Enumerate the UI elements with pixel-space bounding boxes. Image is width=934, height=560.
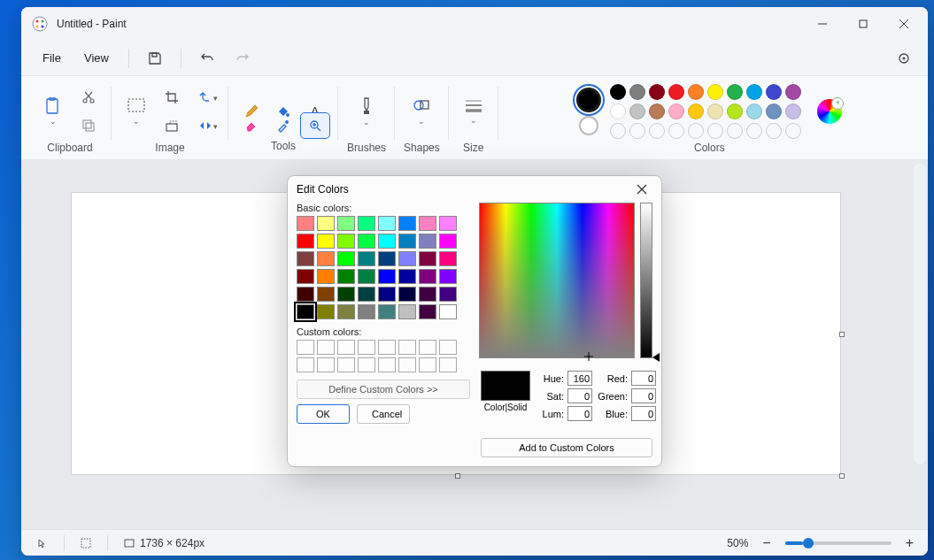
palette-swatch-empty[interactable] (629, 123, 645, 139)
basic-color-swatch[interactable] (358, 216, 375, 231)
palette-swatch[interactable] (707, 104, 723, 119)
custom-color-swatch[interactable] (317, 340, 335, 355)
basic-color-swatch[interactable] (317, 269, 335, 284)
picker-tool[interactable] (269, 113, 297, 138)
basic-color-swatch[interactable] (317, 287, 335, 302)
custom-color-swatch[interactable] (337, 340, 355, 355)
custom-color-swatch[interactable] (419, 340, 436, 355)
basic-color-swatch[interactable] (378, 251, 396, 266)
eraser-tool[interactable] (237, 113, 266, 138)
red-input[interactable] (631, 371, 656, 386)
custom-color-swatch[interactable] (419, 357, 436, 372)
basic-color-swatch[interactable] (419, 234, 436, 249)
basic-color-swatch[interactable] (297, 287, 314, 302)
basic-color-swatch[interactable] (439, 234, 457, 249)
palette-swatch[interactable] (727, 104, 743, 119)
palette-swatch-empty[interactable] (668, 123, 684, 139)
size-button[interactable]: ⌄ (458, 86, 490, 137)
sat-input[interactable] (567, 388, 592, 403)
basic-color-swatch[interactable] (378, 287, 396, 302)
basic-color-swatch[interactable] (337, 216, 355, 231)
palette-swatch[interactable] (766, 104, 782, 119)
palette-swatch-empty[interactable] (727, 123, 743, 139)
basic-color-swatch[interactable] (337, 234, 355, 249)
select-button[interactable]: ⌄ (120, 86, 152, 137)
basic-color-swatch[interactable] (337, 269, 355, 284)
custom-color-swatch[interactable] (337, 357, 355, 372)
basic-color-swatch[interactable] (439, 216, 457, 231)
basic-color-swatch[interactable] (378, 234, 396, 249)
palette-swatch[interactable] (649, 84, 665, 100)
basic-color-swatch[interactable] (398, 234, 416, 249)
basic-color-swatch[interactable] (317, 251, 335, 266)
palette-swatch-empty[interactable] (707, 123, 723, 139)
basic-color-swatch[interactable] (439, 304, 457, 319)
basic-color-swatch[interactable] (419, 269, 436, 284)
maximize-button[interactable] (843, 10, 884, 38)
custom-color-swatch[interactable] (439, 340, 457, 355)
settings-button[interactable] (889, 43, 919, 73)
custom-color-swatch[interactable] (297, 340, 314, 355)
basic-color-swatch[interactable] (358, 234, 375, 249)
basic-color-swatch[interactable] (439, 269, 457, 284)
zoom-in-button[interactable]: + (900, 535, 919, 551)
brushes-button[interactable]: ⌄ (351, 86, 382, 137)
palette-swatch[interactable] (610, 84, 626, 100)
palette-swatch[interactable] (688, 104, 704, 119)
minimize-button[interactable] (802, 10, 843, 38)
basic-color-swatch[interactable] (297, 234, 314, 249)
palette-swatch[interactable] (629, 84, 645, 100)
close-button[interactable] (884, 10, 924, 38)
basic-color-swatch[interactable] (398, 269, 416, 284)
vertical-scrollbar[interactable] (914, 164, 926, 464)
palette-swatch-empty[interactable] (785, 123, 801, 139)
palette-swatch[interactable] (649, 104, 665, 119)
palette-swatch[interactable] (629, 104, 645, 119)
menu-file[interactable]: File (34, 46, 70, 70)
luminance-slider[interactable] (640, 203, 652, 358)
crop-button[interactable] (158, 85, 186, 110)
cancel-button[interactable]: Cancel (357, 404, 410, 424)
basic-color-swatch[interactable] (297, 216, 314, 231)
zoom-slider[interactable] (785, 541, 892, 545)
hue-input[interactable] (567, 371, 592, 386)
basic-color-swatch[interactable] (439, 251, 457, 266)
canvas-handle-bottom[interactable] (455, 473, 460, 479)
basic-color-swatch[interactable] (317, 304, 335, 319)
basic-color-swatch[interactable] (358, 269, 375, 284)
palette-swatch[interactable] (785, 104, 801, 119)
redo-button[interactable] (228, 43, 258, 73)
blue-input[interactable] (631, 406, 656, 421)
menu-view[interactable]: View (75, 46, 118, 70)
basic-color-swatch[interactable] (398, 304, 416, 319)
custom-color-swatch[interactable] (358, 340, 375, 355)
palette-swatch-empty[interactable] (610, 123, 626, 139)
lum-input[interactable] (567, 406, 592, 421)
palette-swatch[interactable] (688, 84, 704, 100)
save-button[interactable] (140, 43, 170, 73)
custom-color-swatch[interactable] (398, 357, 416, 372)
dialog-close-button[interactable] (631, 179, 652, 200)
palette-swatch-empty[interactable] (746, 123, 762, 139)
basic-color-swatch[interactable] (297, 304, 314, 319)
custom-color-swatch[interactable] (317, 357, 335, 372)
canvas-handle-right[interactable] (839, 332, 845, 337)
magnifier-tool[interactable] (301, 113, 329, 138)
canvas-handle-corner[interactable] (839, 473, 845, 479)
palette-swatch[interactable] (668, 104, 684, 119)
basic-color-swatch[interactable] (297, 251, 314, 266)
basic-color-swatch[interactable] (419, 287, 436, 302)
resize-button[interactable] (158, 113, 186, 138)
basic-color-swatch[interactable] (439, 287, 457, 302)
basic-color-swatch[interactable] (317, 234, 335, 249)
basic-color-swatch[interactable] (419, 216, 436, 231)
basic-color-swatch[interactable] (378, 269, 396, 284)
custom-color-swatch[interactable] (398, 340, 416, 355)
palette-swatch[interactable] (746, 84, 762, 100)
shapes-button[interactable]: ⌄ (405, 86, 437, 137)
rotate-button[interactable]: ▾ (191, 85, 220, 110)
copy-button[interactable] (74, 113, 103, 138)
basic-color-swatch[interactable] (317, 216, 335, 231)
add-to-custom-button[interactable]: Add to Custom Colors (481, 438, 652, 457)
palette-swatch-empty[interactable] (649, 123, 665, 139)
